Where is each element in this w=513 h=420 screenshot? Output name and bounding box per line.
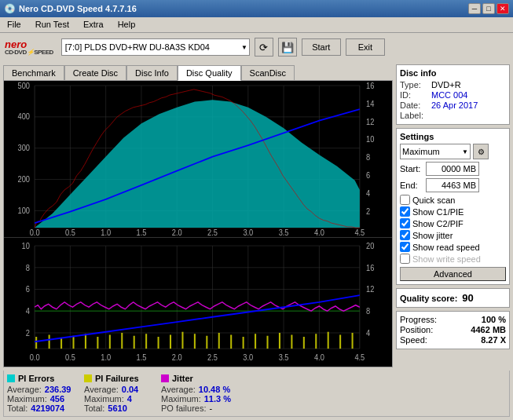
speed-setting-row: Maximum ⚙ (400, 144, 506, 159)
pif-avg-label: Average: (84, 385, 119, 394)
pi-errors-header: PI Errors (7, 374, 78, 383)
tabs: Benchmark Create Disc Disc Info Disc Qua… (3, 64, 393, 80)
drive-select-wrapper: [7:0] PLDS DVD+RW DU-8A3S KD04 (61, 38, 250, 56)
start-input[interactable] (426, 162, 479, 176)
svg-text:10: 10 (22, 241, 31, 250)
show-c1pie-label: Show C1/PIE (412, 207, 464, 217)
pi-avg-label: Average: (7, 385, 42, 394)
end-input[interactable] (426, 178, 479, 192)
menu-help[interactable]: Help (115, 19, 139, 31)
save-icon-button[interactable]: 💾 (278, 38, 297, 57)
svg-text:2: 2 (366, 207, 371, 217)
pif-max-row: Maximum: 4 (84, 394, 155, 404)
svg-text:4: 4 (366, 189, 371, 199)
menu-file[interactable]: File (4, 19, 24, 31)
advanced-button[interactable]: Advanced (400, 267, 506, 281)
svg-text:12: 12 (366, 285, 375, 294)
refresh-icon-button[interactable]: ⟳ (255, 38, 273, 57)
svg-text:100: 100 (17, 206, 30, 215)
minimize-button[interactable]: ─ (468, 3, 481, 14)
window-title: Nero CD-DVD Speed 4.7.7.16 (19, 4, 137, 13)
svg-text:4: 4 (26, 306, 30, 316)
tab-disc-quality[interactable]: Disc Quality (178, 65, 241, 81)
svg-text:1.5: 1.5 (137, 353, 147, 363)
exit-button[interactable]: Exit (346, 38, 385, 56)
tab-scan-disc[interactable]: ScanDisc (241, 65, 295, 81)
po-failures-value: - (209, 404, 212, 413)
jitter-label: Jitter (172, 374, 193, 383)
disc-label-row: Label: (400, 111, 506, 120)
tab-benchmark[interactable]: Benchmark (3, 65, 64, 81)
svg-text:6: 6 (26, 285, 30, 294)
jitter-max-value: 11.3 % (204, 394, 231, 404)
svg-text:200: 200 (17, 174, 30, 184)
show-write-speed-checkbox[interactable] (400, 254, 410, 264)
svg-rect-73 (218, 333, 220, 349)
nero-logo: nero CD·DVD⚡SPEED (5, 39, 53, 56)
drive-dropdown[interactable]: [7:0] PLDS DVD+RW DU-8A3S KD04 (61, 38, 250, 56)
jitter-avg-row: Average: 10.48 % (161, 385, 232, 394)
svg-text:1.0: 1.0 (101, 353, 111, 363)
restore-button[interactable]: □ (482, 3, 495, 14)
show-c2pif-checkbox[interactable] (400, 218, 410, 228)
pi-total-row: Total: 4219074 (7, 404, 78, 413)
disc-id-row: ID: MCC 004 (400, 90, 506, 100)
stats-container: PI Errors Average: 236.39 Maximum: 456 T… (3, 371, 510, 417)
svg-rect-63 (97, 337, 98, 349)
pi-failures-color (84, 374, 92, 382)
quick-scan-label: Quick scan (412, 195, 455, 205)
svg-rect-67 (145, 334, 147, 349)
disc-label-label: Label: (400, 111, 431, 120)
menu-run-test[interactable]: Run Test (32, 19, 72, 31)
disc-type-label: Type: (400, 80, 431, 89)
speed-row: Speed: 8.27 X (400, 335, 506, 345)
speed-dropdown[interactable]: Maximum (400, 144, 471, 159)
show-jitter-checkbox[interactable] (400, 230, 410, 240)
svg-rect-68 (158, 337, 159, 349)
pi-avg-row: Average: 236.39 (7, 385, 78, 394)
jitter-avg-label: Average: (161, 385, 196, 394)
pi-errors-color (7, 374, 15, 382)
jitter-group: Jitter Average: 10.48 % Maximum: 11.3 % … (161, 374, 232, 413)
svg-text:16: 16 (366, 81, 375, 90)
svg-rect-81 (315, 334, 317, 349)
show-write-speed-label: Show write speed (412, 254, 481, 264)
pif-avg-row: Average: 0.04 (84, 385, 155, 394)
svg-text:0.5: 0.5 (65, 353, 75, 363)
chart-bottom: 10 8 6 4 2 20 16 12 8 4 0.0 0.5 (4, 238, 392, 367)
tab-create-disc[interactable]: Create Disc (64, 65, 126, 81)
disc-date-value: 26 Apr 2017 (431, 100, 478, 110)
show-read-speed-checkbox[interactable] (400, 242, 410, 252)
settings-icon-button[interactable]: ⚙ (473, 144, 489, 159)
svg-rect-72 (206, 336, 207, 349)
tab-disc-info[interactable]: Disc Info (126, 65, 178, 81)
pi-failures-header: PI Failures (84, 374, 155, 383)
svg-rect-69 (170, 335, 171, 349)
menu-extra[interactable]: Extra (80, 19, 107, 31)
svg-text:0.5: 0.5 (65, 228, 75, 237)
show-c1pie-row: Show C1/PIE (400, 206, 506, 217)
svg-text:2: 2 (26, 328, 30, 338)
jitter-max-label: Maximum: (161, 394, 201, 404)
quick-scan-row: Quick scan (400, 195, 506, 205)
svg-text:8: 8 (366, 306, 370, 316)
show-c2pif-label: Show C2/PIF (412, 219, 464, 228)
svg-rect-80 (303, 337, 305, 349)
svg-text:4: 4 (366, 328, 370, 338)
start-button[interactable]: Start (302, 38, 341, 56)
show-c1pie-checkbox[interactable] (400, 206, 410, 217)
show-jitter-row: Show jitter (400, 230, 506, 240)
svg-text:3.5: 3.5 (279, 228, 289, 237)
chart-bottom-svg: 10 8 6 4 2 20 16 12 8 4 0.0 0.5 (4, 238, 392, 367)
close-button[interactable]: ✕ (497, 3, 509, 14)
svg-text:20: 20 (366, 241, 375, 250)
svg-rect-70 (181, 332, 183, 349)
quick-scan-checkbox[interactable] (400, 195, 410, 205)
app-icon: 💿 (4, 3, 16, 14)
svg-text:0.0: 0.0 (30, 353, 40, 363)
jitter-color (161, 374, 169, 382)
pif-total-row: Total: 5610 (84, 404, 155, 413)
title-bar-left: 💿 Nero CD-DVD Speed 4.7.7.16 (4, 3, 137, 14)
svg-text:2.0: 2.0 (172, 353, 182, 363)
quality-label: Quality score: (400, 294, 457, 303)
